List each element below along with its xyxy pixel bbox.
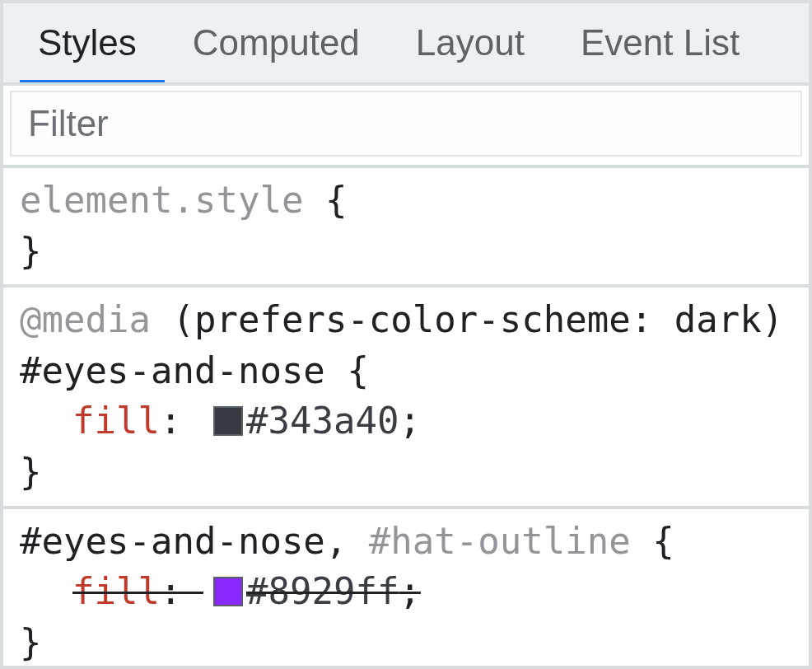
property-value[interactable]: #8929ff (246, 570, 399, 612)
rule-media-eyes-and-nose[interactable]: @media (prefers-color-scheme: dark) #eye… (3, 288, 809, 508)
rule-eyes-and-nose-hat-outline[interactable]: #eyes-and-nose, #hat-outline { fill: #89… (3, 509, 809, 669)
declaration-overridden[interactable]: fill: #8929ff; (20, 566, 792, 617)
color-swatch-icon[interactable] (213, 577, 243, 606)
filter-row (3, 86, 809, 168)
media-keyword: @media (20, 298, 151, 340)
close-brace: } (20, 447, 792, 498)
open-brace: { (347, 349, 369, 391)
declaration[interactable]: fill: #343a40; (20, 395, 792, 447)
close-brace: } (20, 226, 792, 277)
rule-header: #eyes-and-nose, #hat-outline { (20, 516, 792, 567)
property-name[interactable]: fill (72, 400, 160, 442)
selector-part-muted[interactable]: #hat-outline (369, 520, 631, 562)
rule-header: #eyes-and-nose { (20, 345, 792, 396)
selector-part[interactable]: #eyes-and-nose (20, 520, 325, 562)
property-value[interactable]: #343a40 (246, 400, 399, 442)
selector[interactable]: #eyes-and-nose (20, 349, 325, 391)
color-swatch-icon[interactable] (213, 406, 243, 436)
tab-styles[interactable]: Styles (20, 3, 165, 82)
open-brace: { (325, 179, 348, 221)
tab-event-listeners[interactable]: Event List (553, 3, 768, 82)
selector[interactable]: element.style (20, 179, 303, 221)
rule-element-style[interactable]: element.style { } (3, 168, 809, 288)
property-name[interactable]: fill (72, 570, 160, 612)
rule-header: element.style { (20, 175, 792, 226)
filter-input[interactable] (10, 91, 802, 157)
close-brace: } (20, 617, 792, 668)
tab-bar: Styles Computed Layout Event List (3, 3, 809, 86)
tab-layout[interactable]: Layout (388, 3, 553, 82)
styles-panel: Styles Computed Layout Event List elemen… (0, 0, 812, 669)
tab-computed[interactable]: Computed (165, 3, 388, 82)
media-query: @media (prefers-color-scheme: dark) (20, 294, 792, 345)
media-condition: (prefers-color-scheme: dark) (172, 298, 783, 340)
open-brace: { (652, 520, 674, 562)
